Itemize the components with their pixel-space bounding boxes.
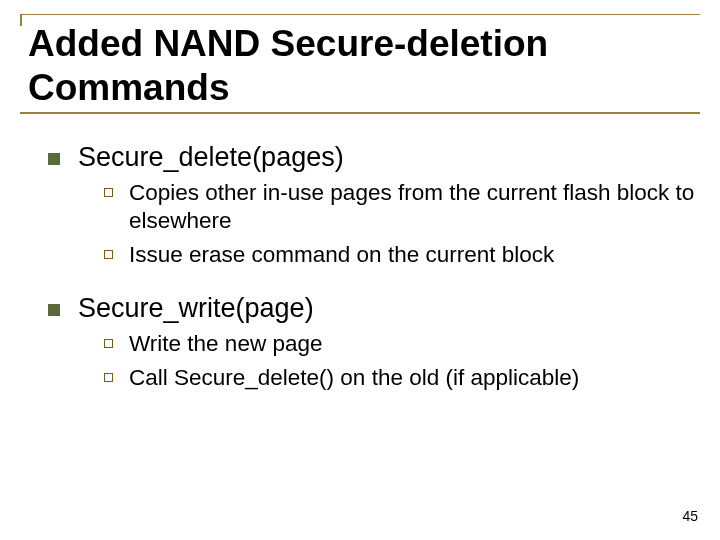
list-item: Secure_write(page) [48, 293, 698, 324]
hollow-square-bullet-icon [104, 373, 113, 382]
square-bullet-icon [48, 153, 60, 165]
list-subitem: Call Secure_delete() on the old (if appl… [104, 364, 698, 392]
hollow-square-bullet-icon [104, 339, 113, 348]
title-rule-bottom [20, 112, 700, 114]
list-subitem: Issue erase command on the current block [104, 241, 698, 269]
list-item-label: Secure_write(page) [78, 293, 698, 324]
title-rule-tick [20, 14, 22, 26]
hollow-square-bullet-icon [104, 188, 113, 197]
list-subitem: Write the new page [104, 330, 698, 358]
title-rule-top [20, 14, 700, 15]
list-subitem-label: Write the new page [129, 330, 698, 358]
slide-body: Secure_delete(pages) Copies other in-use… [28, 130, 698, 395]
page-number: 45 [682, 508, 698, 524]
list-item: Secure_delete(pages) [48, 142, 698, 173]
square-bullet-icon [48, 304, 60, 316]
list-subitem: Copies other in-use pages from the curre… [104, 179, 698, 235]
list-subitem-label: Copies other in-use pages from the curre… [129, 179, 698, 235]
list-subitem-label: Call Secure_delete() on the old (if appl… [129, 364, 698, 392]
list-subitem-label: Issue erase command on the current block [129, 241, 698, 269]
slide: Added NAND Secure-deletion Commands Secu… [0, 0, 720, 540]
list-item-label: Secure_delete(pages) [78, 142, 698, 173]
slide-title: Added NAND Secure-deletion Commands [28, 22, 698, 109]
hollow-square-bullet-icon [104, 250, 113, 259]
